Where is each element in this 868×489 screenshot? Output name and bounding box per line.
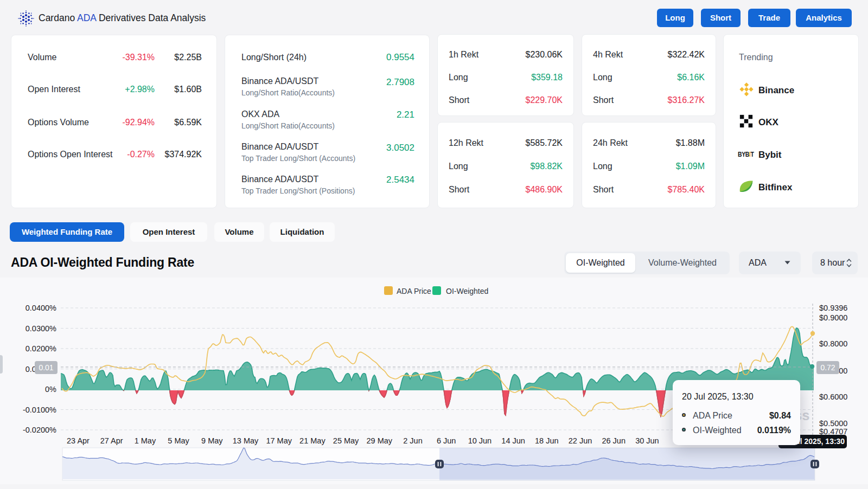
svg-text:5 May: 5 May — [168, 436, 189, 445]
svg-text:$0.6000: $0.6000 — [819, 393, 847, 401]
svg-text:6 Jun: 6 Jun — [437, 436, 456, 445]
svg-text:9 May: 9 May — [201, 436, 223, 445]
svg-text:25 May: 25 May — [333, 436, 359, 445]
svg-text:0.0300%: 0.0300% — [25, 324, 56, 333]
svg-text:-0.0200%: -0.0200% — [23, 426, 56, 434]
svg-text:0.01: 0.01 — [39, 363, 53, 372]
svg-text:23 Apr: 23 Apr — [67, 436, 90, 445]
svg-text:0.0400%: 0.0400% — [25, 304, 56, 312]
svg-text:$0.5000: $0.5000 — [819, 419, 847, 428]
svg-text:0%: 0% — [45, 385, 56, 394]
svg-text:21 May: 21 May — [299, 436, 326, 445]
svg-text:22 Jun: 22 Jun — [569, 436, 592, 445]
svg-text:30 Jun: 30 Jun — [635, 436, 659, 445]
svg-text:-0.0100%: -0.0100% — [23, 406, 56, 414]
svg-text:$0.9396: $0.9396 — [819, 304, 847, 312]
svg-text:17 May: 17 May — [266, 436, 292, 445]
svg-text:10 Jun: 10 Jun — [468, 436, 492, 445]
svg-text:26 Jun: 26 Jun — [602, 436, 626, 445]
svg-text:0.72: 0.72 — [820, 363, 835, 372]
svg-text:13 May: 13 May — [233, 436, 259, 445]
svg-text:0.0200%: 0.0200% — [25, 344, 56, 353]
svg-text:27 Apr: 27 Apr — [100, 436, 123, 445]
svg-text:1 May: 1 May — [135, 436, 156, 445]
svg-text:29 May: 29 May — [367, 436, 393, 445]
svg-text:18 Jun: 18 Jun — [535, 436, 559, 445]
svg-text:$0.8000: $0.8000 — [819, 339, 847, 348]
svg-text:2 Jun: 2 Jun — [403, 436, 422, 445]
svg-text:14 Jun: 14 Jun — [501, 436, 525, 445]
svg-text:$0.9000: $0.9000 — [819, 313, 847, 322]
